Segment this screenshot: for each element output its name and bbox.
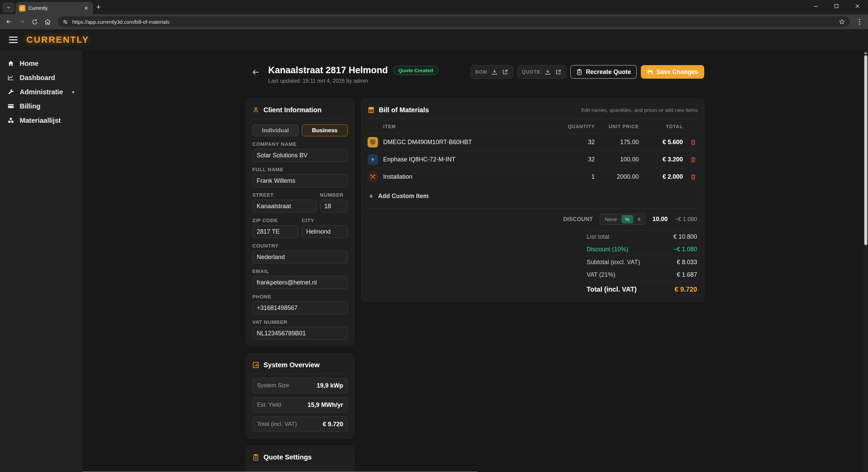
favicon: C xyxy=(19,5,25,12)
chart-icon xyxy=(7,74,14,81)
bom-group-label: BOM xyxy=(475,69,487,75)
discount-total-row: Discount (10%) −€ 1.080 xyxy=(586,243,698,256)
bookmark-star-icon[interactable] xyxy=(839,19,845,25)
download-icon[interactable] xyxy=(545,69,551,75)
stat-value: € 9.720 xyxy=(323,421,343,428)
total-row-label: VAT (21%) xyxy=(587,271,615,278)
discount-percent-option[interactable]: % xyxy=(622,215,633,223)
url-bar[interactable]: https://app.currently3d.com/bill-of-mate… xyxy=(58,16,850,27)
recreate-quote-button[interactable]: Recreate Quote xyxy=(570,65,637,79)
number-field[interactable] xyxy=(320,200,348,213)
discount-euro-option[interactable]: € xyxy=(634,215,644,223)
item-unit-price[interactable]: 175.00 xyxy=(595,139,639,146)
sidebar-item-label: Materiaallijst xyxy=(20,117,61,124)
card-title: Bill of Materials xyxy=(379,106,577,114)
quote-actions-group: QUOTE xyxy=(517,65,566,79)
tune-icon xyxy=(62,19,68,25)
credit-card-icon xyxy=(7,103,14,110)
window-close-button[interactable] xyxy=(847,0,868,12)
country-field[interactable] xyxy=(252,251,348,263)
add-custom-item-button[interactable]: Add Custom Item xyxy=(368,185,698,209)
home-button[interactable] xyxy=(42,16,53,27)
client-type-business-button[interactable]: Business xyxy=(302,124,348,136)
quote-group-label: QUOTE xyxy=(522,69,540,75)
item-name[interactable]: Installation xyxy=(383,173,557,180)
scrollbar-thumb[interactable] xyxy=(864,55,867,245)
sidebar-item-billing[interactable]: Billing xyxy=(0,99,82,113)
reload-button[interactable] xyxy=(29,16,40,27)
total-row-value: € 9.720 xyxy=(674,286,697,293)
forward-button[interactable] xyxy=(16,16,27,27)
item-name[interactable]: DMEGC DM490M10RT-B60HBT xyxy=(383,139,557,146)
stat-label: Est. Yield xyxy=(257,401,308,408)
sidebar-item-administratie[interactable]: Administratie ▾ xyxy=(0,85,82,99)
column-total: TOTAL xyxy=(639,124,683,129)
full-name-field[interactable] xyxy=(252,174,348,187)
sidebar-item-label: Dashboard xyxy=(20,74,55,82)
browser-menu-button[interactable] xyxy=(854,19,865,25)
email-field[interactable] xyxy=(252,276,348,289)
table-row: Installation 1 2000.00 € 2.000 xyxy=(368,168,698,185)
item-total: € 2.000 xyxy=(639,173,683,180)
item-unit-price[interactable]: 100.00 xyxy=(595,156,639,163)
stat-label: Total (incl. VAT) xyxy=(257,421,323,428)
bom-actions-group: BOM xyxy=(470,65,513,79)
open-external-icon[interactable] xyxy=(502,69,508,75)
delete-item-button[interactable] xyxy=(683,156,698,163)
phone-field[interactable] xyxy=(252,301,348,314)
lightning-bolt-icon xyxy=(368,154,378,165)
recreate-quote-label: Recreate Quote xyxy=(586,68,631,76)
city-field[interactable] xyxy=(302,225,348,238)
discount-value-input[interactable]: 10.00 xyxy=(652,216,668,223)
street-label: STREET xyxy=(252,192,317,198)
item-name[interactable]: Enphase IQ8HC-72-M-INT xyxy=(383,156,557,163)
sidebar-item-label: Administratie xyxy=(20,88,66,96)
app-logo: CURRENTLY xyxy=(26,35,89,45)
last-updated-text: Last updated: 19:11 mrt 4, 2026 by admin xyxy=(268,78,438,84)
item-quantity[interactable]: 1 xyxy=(557,173,595,180)
discount-none-option[interactable]: None xyxy=(601,215,621,223)
delete-item-button[interactable] xyxy=(683,174,698,180)
sidebar: Home Dashboard Administratie ▾ Billing M… xyxy=(0,50,82,472)
chevron-down-icon: ▾ xyxy=(72,90,74,95)
tab-search-button[interactable] xyxy=(3,2,14,13)
total-row-label: Total (incl. VAT) xyxy=(587,286,637,293)
zip-code-label: ZIP CODE xyxy=(252,217,298,223)
scrollbar-up-arrow[interactable] xyxy=(864,52,867,54)
page-scrollbar[interactable] xyxy=(863,50,868,472)
trash-icon xyxy=(690,139,696,145)
item-total: € 5.600 xyxy=(639,139,683,146)
vat-number-label: VAT NUMBER xyxy=(252,319,348,325)
delete-item-button[interactable] xyxy=(683,139,698,145)
menu-toggle-button[interactable] xyxy=(9,37,18,43)
window-maximize-button[interactable] xyxy=(826,0,847,12)
page-header: Kanaalstraat 2817 Helmond Quote Created … xyxy=(246,65,704,84)
total-row-value: € 10.800 xyxy=(673,233,697,240)
chevron-down-icon xyxy=(6,5,11,9)
window-minimize-button[interactable] xyxy=(805,0,826,12)
item-quantity[interactable]: 32 xyxy=(557,139,595,146)
browser-tab[interactable]: C Currently ✕ xyxy=(16,2,93,14)
zip-code-field[interactable] xyxy=(252,225,298,238)
new-tab-button[interactable]: + xyxy=(96,3,101,12)
browser-tab-strip: C Currently ✕ + xyxy=(0,0,868,14)
back-arrow-button[interactable] xyxy=(251,68,260,77)
item-quantity[interactable]: 32 xyxy=(557,156,595,163)
street-field[interactable] xyxy=(252,200,317,213)
tab-close-icon[interactable]: ✕ xyxy=(83,5,90,12)
client-type-individual-button[interactable]: Individual xyxy=(252,124,299,136)
company-name-field[interactable] xyxy=(252,149,348,162)
sidebar-item-dashboard[interactable]: Dashboard xyxy=(0,71,82,85)
save-changes-button[interactable]: Save Changes xyxy=(641,65,704,79)
home-icon xyxy=(7,60,14,67)
trash-icon xyxy=(690,174,696,180)
wrench-icon xyxy=(7,88,14,95)
sidebar-item-materiaallijst[interactable]: Materiaallijst xyxy=(0,113,82,127)
vat-number-field[interactable] xyxy=(252,327,348,340)
item-unit-price[interactable]: 2000.00 xyxy=(595,173,639,180)
app-header: CURRENTLY xyxy=(0,29,868,50)
open-external-icon[interactable] xyxy=(555,69,561,75)
sidebar-item-home[interactable]: Home xyxy=(0,56,82,71)
back-button[interactable] xyxy=(3,16,14,27)
download-icon[interactable] xyxy=(491,69,498,75)
